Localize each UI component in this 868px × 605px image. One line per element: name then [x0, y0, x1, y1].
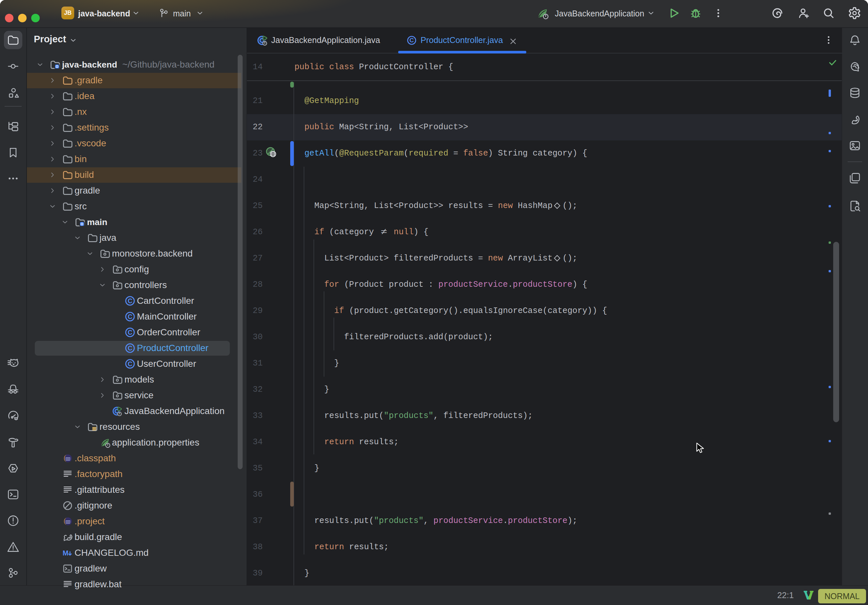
svg-text:C: C — [128, 313, 132, 320]
svg-text:M: M — [63, 549, 68, 557]
svg-text:C: C — [409, 37, 414, 43]
svg-text:C: C — [128, 345, 132, 352]
svg-text:C: C — [128, 329, 132, 336]
svg-text:C: C — [128, 297, 132, 305]
svg-text:C: C — [128, 360, 132, 367]
